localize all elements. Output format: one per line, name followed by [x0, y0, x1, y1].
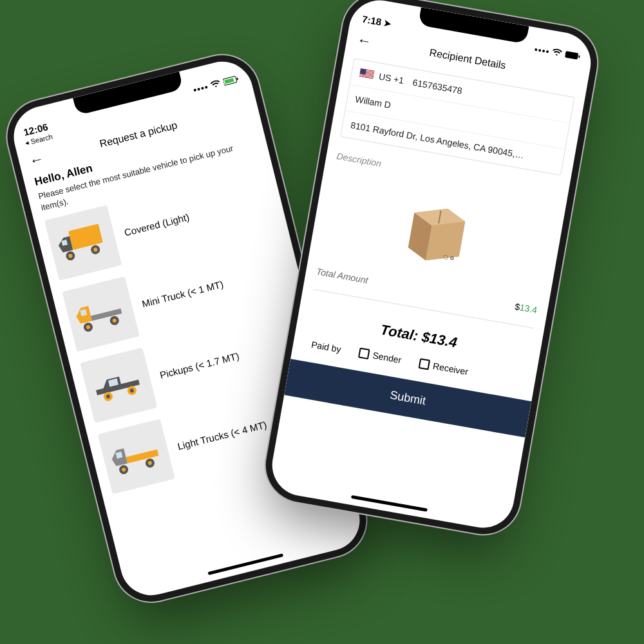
checkbox-icon [418, 358, 430, 370]
signal-icon [193, 86, 207, 91]
light-truck-icon [98, 419, 175, 494]
back-arrow-icon[interactable]: ← [28, 150, 47, 170]
wifi-icon [551, 48, 564, 60]
back-arrow-icon[interactable]: ← [355, 32, 374, 51]
svg-rect-27 [578, 55, 580, 58]
svg-rect-1 [224, 78, 234, 84]
amount-value: $13.4 [514, 301, 538, 316]
home-indicator[interactable] [351, 495, 428, 512]
home-indicator[interactable] [208, 553, 284, 575]
us-flag-icon [359, 68, 375, 80]
amount-label: Total Amount [316, 266, 369, 285]
signal-icon [535, 48, 549, 53]
svg-rect-2 [236, 77, 238, 80]
page-title: Recipient Details [428, 47, 506, 72]
svg-text:▢ ♻: ▢ ♻ [442, 254, 455, 261]
mini-truck-icon [62, 276, 140, 352]
vehicle-label: Covered (Light) [123, 211, 190, 238]
battery-icon [564, 50, 581, 62]
wifi-icon [209, 79, 222, 91]
vehicle-label: Pickups (< 1.7 MT) [158, 350, 240, 381]
pickup-truck-icon [80, 348, 157, 423]
vehicle-label: Light Trucks (< 4 MT) [176, 419, 268, 451]
checkbox-icon [358, 348, 370, 360]
phone-recipient: 7:18 ➤ ← Recipient Details US +1 6157635… [267, 0, 596, 533]
location-icon: ➤ [383, 18, 392, 30]
vehicle-label: Mini Truck (< 1 MT) [141, 278, 225, 309]
svg-rect-26 [565, 51, 578, 59]
phone-prefix: US +1 [378, 71, 404, 86]
phone-number: 6157635478 [412, 77, 463, 96]
package-box-icon: ▢ ♻ [393, 191, 481, 274]
